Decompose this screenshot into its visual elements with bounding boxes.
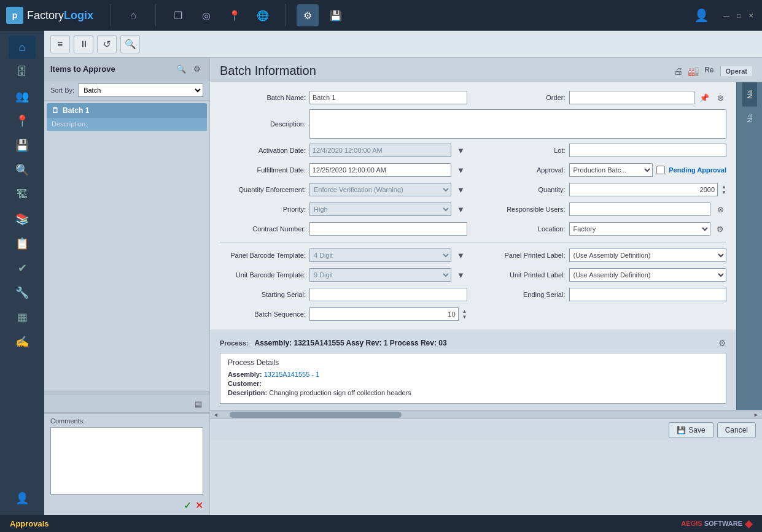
order-input[interactable] bbox=[569, 91, 695, 104]
batch-item-1[interactable]: 🗒 Batch 1 Description: bbox=[47, 103, 207, 131]
search-filter-btn[interactable]: 🔍 bbox=[175, 63, 187, 75]
priority-dropdown[interactable]: ▼ bbox=[455, 203, 467, 215]
order-pin-icon[interactable]: 📌 bbox=[698, 91, 710, 104]
close-btn[interactable]: ✕ bbox=[746, 10, 756, 20]
sort-label: Sort By: bbox=[50, 87, 74, 94]
reject-btn[interactable]: ✕ bbox=[195, 499, 203, 511]
sidebar-check-icon[interactable]: ✔ bbox=[9, 256, 36, 280]
panel-printed-select[interactable]: (Use Assembly Definition) bbox=[569, 249, 727, 262]
horiz-scrollbar[interactable]: ◄ ► bbox=[210, 410, 762, 418]
nav-location-btn[interactable]: 📍 bbox=[224, 4, 246, 26]
right-tab-2[interactable]: Na bbox=[742, 106, 757, 130]
batch-sequence-label: Batch Sequence: bbox=[220, 310, 306, 318]
header-print-icon[interactable]: 🖨 bbox=[674, 66, 683, 77]
seq-up-arrow[interactable]: ▲ bbox=[462, 309, 467, 314]
user-btn[interactable]: 👤 bbox=[694, 8, 709, 23]
nav-settings-btn[interactable]: ⚙ bbox=[297, 4, 319, 26]
sidebar-edit-icon[interactable]: ✍ bbox=[9, 330, 36, 353]
unit-barcode-select[interactable]: 9 Digit bbox=[309, 268, 451, 282]
order-clear-icon[interactable]: ⊗ bbox=[714, 91, 726, 104]
comments-input[interactable] bbox=[50, 427, 203, 495]
responsible-users-input[interactable] bbox=[569, 202, 711, 216]
header-factory-icon[interactable]: 🏭 bbox=[688, 66, 699, 77]
sidebar-person-icon[interactable]: 👤 bbox=[9, 487, 36, 510]
location-select[interactable]: Factory bbox=[569, 222, 711, 236]
batch-sequence-input[interactable] bbox=[309, 307, 459, 321]
sidebar-search-icon[interactable]: 🔍 bbox=[9, 158, 36, 182]
nav-reports-btn[interactable]: ◎ bbox=[195, 4, 217, 26]
minimize-btn[interactable]: — bbox=[721, 10, 731, 20]
process-assembly-link[interactable]: 13215A141555 - 1 bbox=[264, 371, 320, 378]
unit-printed-select[interactable]: (Use Assembly Definition) bbox=[569, 268, 727, 282]
app-logo[interactable]: p FactoryLogix bbox=[6, 7, 93, 24]
scroll-right-arrow[interactable]: ► bbox=[752, 412, 760, 418]
priority-select[interactable]: High bbox=[309, 202, 451, 216]
fulfillment-date-input[interactable] bbox=[309, 163, 451, 177]
approval-select[interactable]: Production Batc... bbox=[569, 163, 653, 177]
batch-seq-spinner[interactable]: ▲ ▼ bbox=[462, 309, 467, 320]
save-button[interactable]: 💾 Save bbox=[669, 422, 713, 438]
maximize-btn[interactable]: □ bbox=[734, 10, 744, 20]
toolbar-refresh-btn[interactable]: ↺ bbox=[97, 35, 117, 53]
sidebar-home-icon[interactable]: ⌂ bbox=[9, 36, 36, 59]
activation-date-dropdown[interactable]: ▼ bbox=[455, 144, 467, 156]
batch-name-input[interactable] bbox=[309, 91, 467, 104]
header-icons: 🖨 🏭 Re bbox=[674, 66, 713, 77]
process-gear-icon[interactable]: ⚙ bbox=[718, 338, 726, 348]
panel-barcode-row: Panel Barcode Template: 4 Digit ▼ bbox=[220, 247, 467, 263]
location-settings-icon[interactable]: ⚙ bbox=[714, 223, 726, 235]
header-re-icon[interactable]: Re bbox=[704, 66, 713, 77]
sidebar-grid-icon[interactable]: ▦ bbox=[9, 306, 36, 329]
qty-down-arrow[interactable]: ▼ bbox=[721, 190, 726, 195]
fulfillment-date-dropdown[interactable]: ▼ bbox=[455, 164, 467, 176]
ending-serial-row: Ending Serial: bbox=[480, 287, 727, 303]
sort-select[interactable]: Batch Date Priority Status bbox=[78, 83, 203, 97]
sidebar-database-icon[interactable]: 🗄 bbox=[9, 60, 36, 83]
sidebar-save-icon[interactable]: 💾 bbox=[9, 134, 36, 157]
description-input[interactable] bbox=[309, 109, 726, 139]
sidebar-docs-icon[interactable]: 📚 bbox=[9, 207, 36, 231]
unit-barcode-dropdown[interactable]: ▼ bbox=[455, 269, 467, 281]
activation-date-input[interactable] bbox=[309, 144, 451, 157]
nav-home-btn[interactable]: ⌂ bbox=[122, 4, 144, 26]
process-header: Process: Assembly: 13215A141555 Assy Rev… bbox=[220, 338, 726, 348]
qty-up-arrow[interactable]: ▲ bbox=[721, 184, 726, 190]
order-row: Order: 📌 ⊗ bbox=[480, 90, 727, 106]
panel-barcode-select[interactable]: 4 Digit bbox=[309, 249, 451, 262]
sidebar-factory-icon[interactable]: 🏗 bbox=[9, 183, 36, 206]
quantity-spinner[interactable]: ▲ ▼ bbox=[721, 184, 726, 195]
lot-input[interactable] bbox=[569, 144, 727, 157]
sidebar-location-icon[interactable]: 📍 bbox=[9, 109, 36, 133]
panel-settings-btn[interactable]: ⚙ bbox=[191, 63, 203, 75]
sidebar-tools-icon[interactable]: 🔧 bbox=[9, 281, 36, 304]
approve-btn[interactable]: ✓ bbox=[184, 499, 192, 511]
qty-enforcement-label: Quantity Enforcement: bbox=[220, 186, 306, 193]
scroll-left-arrow[interactable]: ◄ bbox=[212, 412, 220, 418]
nav-save-btn[interactable]: 💾 bbox=[325, 4, 347, 26]
cancel-button[interactable]: Cancel bbox=[717, 422, 756, 438]
toolbar-search-btn[interactable]: 🔍 bbox=[120, 35, 140, 53]
starting-serial-input[interactable] bbox=[309, 288, 467, 301]
panel-barcode-dropdown[interactable]: ▼ bbox=[455, 249, 467, 261]
nav-docs-btn[interactable]: ❐ bbox=[167, 4, 189, 26]
toolbar-list-btn[interactable]: ≡ bbox=[50, 35, 70, 53]
ending-serial-input[interactable] bbox=[569, 288, 727, 301]
quantity-input[interactable] bbox=[569, 183, 718, 196]
right-tab-1[interactable]: Na bbox=[742, 82, 757, 106]
sidebar-users-icon[interactable]: 👥 bbox=[9, 85, 36, 108]
responsible-users-clear[interactable]: ⊗ bbox=[714, 203, 726, 215]
qty-enforcement-dropdown[interactable]: ▼ bbox=[455, 183, 467, 196]
qty-enforcement-select[interactable]: Enforce Verification (Warning) bbox=[309, 183, 451, 196]
process-details-box: Process Details Assembly: 13215A141555 -… bbox=[220, 353, 726, 404]
sidebar-clipboard-icon[interactable]: 📋 bbox=[9, 232, 36, 255]
process-description-value: Changing production sign off collection … bbox=[269, 389, 411, 396]
seq-down-arrow[interactable]: ▼ bbox=[462, 314, 467, 320]
contract-number-input[interactable] bbox=[309, 222, 467, 236]
toolbar-pause-btn[interactable]: ⏸ bbox=[74, 35, 93, 53]
scroll-thumb[interactable] bbox=[230, 412, 402, 418]
nav-web-btn[interactable]: 🌐 bbox=[252, 4, 274, 26]
items-to-approve-title: Items to Approve bbox=[50, 64, 171, 74]
approval-checkbox[interactable] bbox=[656, 166, 665, 174]
list-view-btn[interactable]: ▤ bbox=[192, 398, 204, 410]
pending-approval-text[interactable]: Pending Approval bbox=[669, 166, 726, 174]
